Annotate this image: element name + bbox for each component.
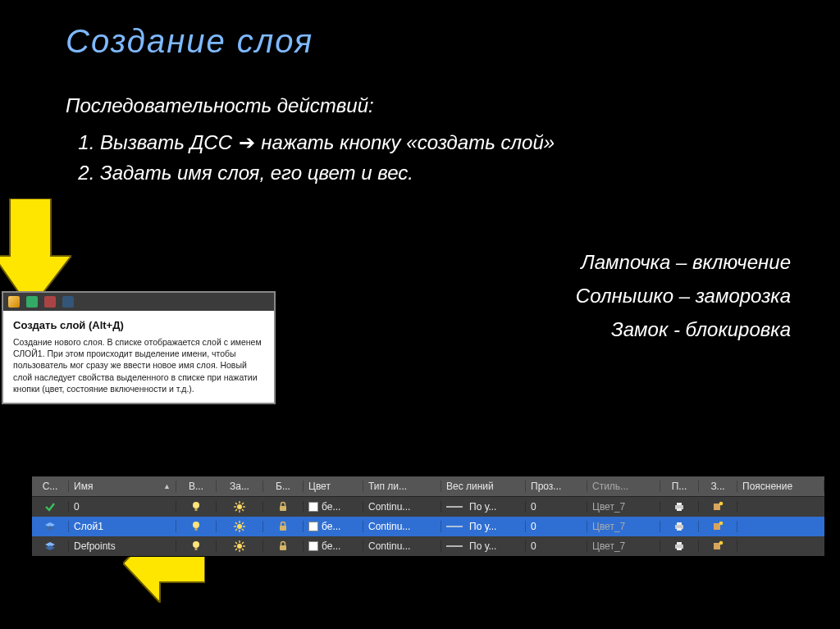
svg-line-31: [242, 522, 244, 524]
svg-rect-17: [677, 508, 682, 511]
legend-bulb: Лампочка – включение: [576, 246, 791, 280]
col-freeze[interactable]: За...: [217, 481, 263, 492]
svg-rect-56: [677, 542, 682, 545]
bulb-icon[interactable]: [176, 521, 217, 532]
lweight-cell[interactable]: По у...: [441, 540, 526, 552]
trans-cell[interactable]: 0: [526, 501, 587, 513]
sun-icon[interactable]: [217, 501, 263, 513]
col-lweight[interactable]: Вес линий: [441, 481, 526, 492]
table-row[interactable]: 0бе...Continu...По у...0Цвет_7: [32, 497, 824, 517]
pstyle-cell: Цвет_7: [587, 521, 660, 532]
sun-icon[interactable]: [217, 521, 263, 532]
trans-cell[interactable]: 0: [526, 540, 587, 552]
trans-cell[interactable]: 0: [526, 521, 587, 532]
layer-table-header[interactable]: С... Имя▲ В... За... Б... Цвет Тип ли...…: [32, 476, 824, 497]
ltype-cell[interactable]: Continu...: [363, 540, 441, 552]
col-plot[interactable]: П...: [660, 481, 699, 492]
svg-rect-57: [677, 548, 682, 550]
newvp-icon[interactable]: [699, 501, 737, 513]
svg-rect-37: [677, 528, 682, 531]
col-lock[interactable]: Б...: [263, 481, 304, 492]
status-cell[interactable]: [32, 521, 69, 532]
step-2: Задать имя слоя, его цвет и вес.: [100, 157, 807, 188]
name-cell[interactable]: 0: [69, 501, 176, 513]
svg-marker-41: [45, 545, 55, 550]
lock-icon[interactable]: [263, 521, 304, 532]
svg-rect-38: [714, 523, 720, 530]
layer-table: С... Имя▲ В... За... Б... Цвет Тип ли...…: [31, 476, 825, 557]
plot-icon[interactable]: [660, 501, 699, 513]
lweight-cell[interactable]: По у...: [441, 521, 526, 532]
legend-block: Лампочка – включение Солнышко – заморозк…: [576, 246, 791, 346]
tooltip-title: Создать слой (Alt+Д): [13, 319, 264, 331]
newvp-icon[interactable]: [699, 540, 737, 552]
col-trans[interactable]: Проз...: [526, 481, 587, 492]
status-cell[interactable]: [32, 501, 69, 513]
lweight-cell[interactable]: По у...: [441, 501, 526, 513]
svg-point-44: [237, 544, 242, 549]
tooltip-body: Создание нового слоя. В списке отображае…: [13, 336, 264, 394]
plot-icon[interactable]: [660, 521, 699, 532]
svg-line-12: [235, 509, 237, 511]
toolbar-icon-4[interactable]: [62, 296, 74, 308]
table-row[interactable]: Слой1бе...Continu...По у...0Цвет_7: [32, 517, 824, 536]
svg-rect-16: [677, 503, 682, 505]
legend-lock: Замок - блокировка: [576, 313, 791, 347]
svg-marker-21: [45, 526, 55, 531]
svg-line-29: [235, 522, 237, 524]
toolbar-icon-3[interactable]: [44, 296, 56, 308]
svg-rect-58: [714, 543, 720, 549]
table-row[interactable]: Defpointsбе...Continu...По у...0Цвет_7: [32, 536, 824, 556]
svg-point-22: [193, 522, 199, 528]
svg-point-4: [237, 504, 242, 509]
col-newvp[interactable]: З...: [699, 481, 737, 492]
svg-point-2: [193, 502, 199, 508]
status-cell[interactable]: [32, 540, 69, 552]
svg-line-50: [242, 549, 244, 550]
svg-line-9: [235, 503, 237, 504]
svg-rect-33: [280, 526, 286, 531]
lock-icon[interactable]: [263, 540, 304, 552]
svg-line-10: [242, 509, 244, 511]
col-desc[interactable]: Пояснение: [737, 481, 824, 492]
sun-icon[interactable]: [217, 540, 263, 552]
arrow-right-icon: ➔: [238, 127, 256, 157]
bulb-icon[interactable]: [176, 501, 217, 513]
toolbar-icon-2[interactable]: [26, 296, 38, 308]
ltype-cell[interactable]: Continu...: [363, 521, 441, 532]
svg-rect-23: [195, 528, 198, 531]
col-name[interactable]: Имя▲: [69, 481, 176, 492]
name-cell[interactable]: Слой1: [69, 521, 176, 532]
svg-line-11: [242, 503, 244, 504]
svg-rect-43: [195, 548, 198, 550]
svg-point-42: [193, 541, 199, 548]
slide-body: Последовательность действий: Вызвать ДСС…: [66, 90, 807, 189]
svg-rect-36: [677, 522, 682, 525]
legend-sun: Солнышко – заморозка: [576, 280, 791, 313]
color-cell[interactable]: бе...: [304, 540, 363, 552]
color-cell[interactable]: бе...: [304, 521, 363, 532]
new-layer-icon[interactable]: [8, 296, 20, 308]
name-cell[interactable]: Defpoints: [69, 540, 176, 552]
col-ltype[interactable]: Тип ли...: [363, 481, 441, 492]
col-visible[interactable]: В...: [176, 481, 217, 492]
color-cell[interactable]: бе...: [304, 501, 363, 513]
bulb-icon[interactable]: [176, 540, 217, 552]
col-status[interactable]: С...: [32, 481, 69, 492]
tooltip-toolbar: [3, 293, 274, 311]
svg-rect-53: [280, 545, 286, 550]
col-color[interactable]: Цвет: [304, 481, 363, 492]
pstyle-cell: Цвет_7: [587, 540, 660, 552]
svg-point-39: [719, 522, 724, 526]
svg-rect-18: [714, 504, 720, 510]
newvp-icon[interactable]: [699, 521, 737, 532]
svg-line-51: [242, 542, 244, 544]
plot-icon[interactable]: [660, 540, 699, 552]
step-1: Вызвать ДСС ➔ нажать кнопку «создать сло…: [100, 127, 807, 157]
lock-icon[interactable]: [263, 501, 304, 513]
ltype-cell[interactable]: Continu...: [363, 501, 441, 513]
pstyle-cell: Цвет_7: [587, 501, 660, 513]
tooltip-panel: Создать слой (Alt+Д) Создание нового сло…: [2, 291, 276, 404]
col-pstyle[interactable]: Стиль...: [587, 481, 660, 492]
svg-point-24: [237, 524, 242, 529]
